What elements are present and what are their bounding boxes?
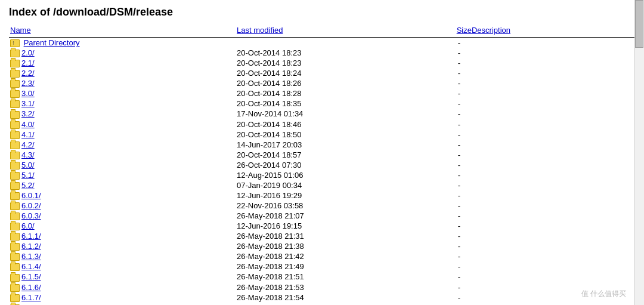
file-modified-cell: 20-Oct-2014 18:23 <box>236 58 456 68</box>
file-name-cell: 4.0/ <box>9 119 236 130</box>
file-name-cell: 6.1/ <box>9 303 236 305</box>
table-row: 5.0/26-Oct-2014 07:30- <box>9 160 635 170</box>
col-header-modified[interactable]: Last modified <box>236 24 456 38</box>
table-row: 6.1.1/26-May-2018 21:31- <box>9 231 635 241</box>
dir-link[interactable]: 6.0/ <box>21 221 35 230</box>
file-name-cell: 6.1.5/ <box>9 272 236 282</box>
dir-link[interactable]: 6.0.3/ <box>21 211 41 220</box>
file-size-cell: - <box>456 261 635 272</box>
dir-link[interactable]: 6.1.7/ <box>21 293 41 302</box>
dir-link[interactable]: 5.1/ <box>21 171 35 180</box>
dir-link[interactable]: 4.2/ <box>21 140 35 149</box>
description-sort-link[interactable]: Description <box>472 26 510 35</box>
dir-link[interactable]: 3.0/ <box>21 89 35 98</box>
dir-link[interactable]: 2.0/ <box>21 48 35 57</box>
col-header-size[interactable]: SizeDescription <box>456 24 635 38</box>
dir-link[interactable]: 6.1.1/ <box>21 232 41 241</box>
table-row: 6.1.3/26-May-2018 21:42- <box>9 251 635 261</box>
file-size-cell: - <box>456 58 635 68</box>
dir-link[interactable]: 2.1/ <box>21 58 35 67</box>
table-row: 3.2/17-Nov-2014 01:34- <box>9 109 635 119</box>
scrollbar-track[interactable] <box>634 0 644 305</box>
folder-icon <box>10 131 20 139</box>
table-row: 6.0/12-Jun-2016 19:15- <box>9 221 635 231</box>
file-name-cell: 3.0/ <box>9 88 236 98</box>
dir-link[interactable]: 6.1.5/ <box>21 272 41 281</box>
col-header-name[interactable]: Name <box>9 24 236 38</box>
dir-link[interactable]: 4.1/ <box>21 130 35 139</box>
table-row: 6.0.2/22-Nov-2016 03:58- <box>9 201 635 211</box>
folder-icon <box>10 90 20 98</box>
modified-sort-link[interactable]: Last modified <box>237 26 283 35</box>
file-modified-cell: 26-May-2018 21:07 <box>236 211 456 221</box>
dir-link[interactable]: 3.1/ <box>21 99 35 108</box>
folder-icon <box>10 80 20 88</box>
file-size-cell: - <box>456 140 635 150</box>
dir-link[interactable]: 6.1.6/ <box>21 283 41 292</box>
size-sort-link[interactable]: Size <box>457 26 472 35</box>
file-name-cell: 4.3/ <box>9 150 236 160</box>
table-row: 2.0/20-Oct-2014 18:23- <box>9 48 635 58</box>
table-row: 6.0.1/12-Jun-2016 19:29- <box>9 190 635 201</box>
file-modified-cell: 17-Nov-2014 01:34 <box>236 109 456 119</box>
name-sort-link[interactable]: Name <box>10 26 31 35</box>
file-size-cell: - <box>456 201 635 211</box>
file-modified-cell: 26-May-2018 21:20 <box>236 303 456 305</box>
dir-link[interactable]: 6.0.1/ <box>21 191 41 200</box>
table-row: 4.0/20-Oct-2014 18:46- <box>9 119 635 130</box>
dir-link[interactable]: 2.2/ <box>21 69 35 78</box>
folder-icon <box>10 50 20 57</box>
file-size-cell: - <box>456 170 635 180</box>
parent-modified-cell <box>236 38 456 48</box>
file-modified-cell: 20-Oct-2014 18:50 <box>236 130 456 140</box>
dir-link[interactable]: 4.3/ <box>21 150 35 159</box>
file-modified-cell: 20-Oct-2014 18:26 <box>236 78 456 88</box>
file-name-cell: 6.1.3/ <box>9 251 236 261</box>
file-modified-cell: 20-Oct-2014 18:24 <box>236 68 456 78</box>
file-size-cell: - <box>456 282 635 292</box>
file-size-cell: - <box>456 241 635 251</box>
file-size-cell: - <box>456 150 635 160</box>
folder-icon <box>10 294 20 302</box>
table-row: 6.1.4/26-May-2018 21:49- <box>9 261 635 272</box>
parent-directory-row: Parent Directory - <box>9 38 635 48</box>
scrollbar-thumb[interactable] <box>635 0 643 48</box>
table-row: 4.1/20-Oct-2014 18:50- <box>9 130 635 140</box>
dir-link[interactable]: 5.2/ <box>21 181 35 190</box>
folder-icon <box>10 60 20 67</box>
file-size-cell: - <box>456 303 635 305</box>
dir-link[interactable]: 6.0.2/ <box>21 201 41 210</box>
file-modified-cell: 26-May-2018 21:31 <box>236 231 456 241</box>
parent-directory-link[interactable]: Parent Directory <box>24 38 80 47</box>
folder-icon <box>10 243 20 251</box>
folder-icon <box>10 274 20 282</box>
parent-size-cell: - <box>456 38 635 48</box>
file-size-cell: - <box>456 160 635 170</box>
folder-icon <box>10 111 20 119</box>
dir-link[interactable]: 3.2/ <box>21 109 35 118</box>
dir-link[interactable]: 6.1.2/ <box>21 242 41 251</box>
file-size-cell: - <box>456 211 635 221</box>
file-modified-cell: 22-Nov-2016 03:58 <box>236 201 456 211</box>
file-name-cell: 3.1/ <box>9 98 236 109</box>
table-row: 6.1.5/26-May-2018 21:51- <box>9 272 635 282</box>
dir-link[interactable]: 6.1.3/ <box>21 252 41 261</box>
folder-icon <box>10 202 20 210</box>
dir-link[interactable]: 6.1.4/ <box>21 262 41 271</box>
file-size-cell: - <box>456 109 635 119</box>
file-name-cell: 3.2/ <box>9 109 236 119</box>
table-row: 4.3/20-Oct-2014 18:57- <box>9 150 635 160</box>
dir-link[interactable]: 5.0/ <box>21 161 35 170</box>
file-size-cell: - <box>456 221 635 231</box>
file-size-cell: - <box>456 292 635 303</box>
file-modified-cell: 12-Aug-2015 01:06 <box>236 170 456 180</box>
dir-link[interactable]: 2.3/ <box>21 79 35 88</box>
folder-icon <box>10 182 20 190</box>
file-modified-cell: 12-Jun-2016 19:29 <box>236 190 456 201</box>
table-row: 3.1/20-Oct-2014 18:35- <box>9 98 635 109</box>
file-name-cell: 5.2/ <box>9 180 236 190</box>
file-name-cell: 2.1/ <box>9 58 236 68</box>
dir-link[interactable]: 6.1/ <box>21 303 35 305</box>
file-size-cell: - <box>456 272 635 282</box>
dir-link[interactable]: 4.0/ <box>21 120 35 129</box>
